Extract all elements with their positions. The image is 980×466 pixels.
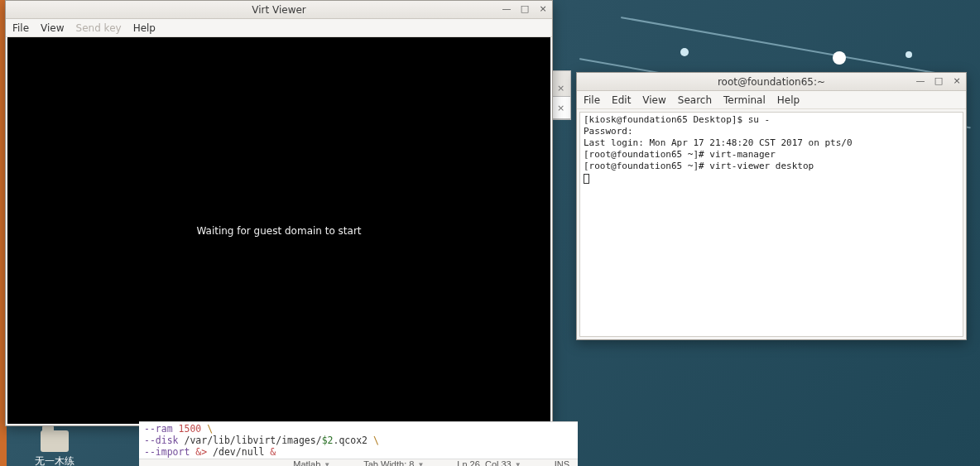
menu-help[interactable]: Help <box>133 22 156 34</box>
chevron-down-icon: ▼ <box>324 461 330 467</box>
virt-viewer-window: Virt Viewer — □ × File View Send key Hel… <box>5 0 553 426</box>
folder-label: 无一木练习软 <box>31 454 78 466</box>
editor-statusbar: Matlab▼ Tab Width: 8▼ Ln 26, Col 33▼ INS <box>139 459 578 466</box>
editor-lines[interactable]: --ram 1500 \ --disk /var/lib/libvirt/ima… <box>139 422 578 459</box>
guest-display[interactable]: Waiting for guest domain to start <box>7 37 550 424</box>
code-line: --disk /var/lib/libvirt/images/$2.qcox2 … <box>144 435 573 446</box>
minimize-button[interactable]: — <box>915 74 926 86</box>
term-line: Password: <box>584 126 633 137</box>
lang-selector[interactable]: Matlab▼ <box>293 459 330 466</box>
window-title: Virt Viewer <box>252 4 306 16</box>
minimize-button[interactable]: — <box>501 2 512 14</box>
menu-terminal[interactable]: Terminal <box>723 94 766 106</box>
close-button[interactable]: × <box>537 2 549 14</box>
code-line: --ram 1500 \ <box>144 423 573 435</box>
chevron-down-icon: ▼ <box>417 461 424 467</box>
close-button[interactable]: × <box>951 74 963 86</box>
titlebar[interactable]: Virt Viewer — □ × <box>6 1 552 19</box>
term-line: [root@foundation65 ~]# virt-viewer deskt… <box>584 161 814 171</box>
wallpaper-dot <box>833 51 846 65</box>
wallpaper-line <box>621 17 963 79</box>
insert-mode: INS <box>555 459 569 466</box>
terminal-output[interactable]: [kiosk@foundation65 Desktop]$ su - Passw… <box>579 112 963 337</box>
menu-view[interactable]: View <box>642 94 665 106</box>
editor-panel: --ram 1500 \ --disk /var/lib/libvirt/ima… <box>139 421 578 466</box>
menubar: File View Send key Help <box>6 19 552 37</box>
window-title: root@foundation65:~ <box>718 76 825 88</box>
term-line: Last login: Mon Apr 17 21:48:20 CST 2017… <box>584 137 853 148</box>
code-line: --import &> /dev/null & <box>144 446 573 458</box>
term-line: [root@foundation65 ~]# virt-manager <box>584 149 776 160</box>
background-tab[interactable]: × <box>553 96 571 119</box>
close-icon[interactable]: × <box>557 83 564 94</box>
tabwidth-selector[interactable]: Tab Width: 8▼ <box>363 459 424 466</box>
waiting-text: Waiting for guest domain to start <box>196 225 361 237</box>
folder-icon <box>41 430 69 452</box>
maximize-button[interactable]: □ <box>933 74 944 86</box>
menu-view[interactable]: View <box>41 22 64 34</box>
cursor <box>584 174 589 184</box>
term-line: [kiosk@foundation65 Desktop]$ su - <box>584 114 770 125</box>
chevron-down-icon: ▼ <box>515 461 521 467</box>
wallpaper-dot <box>906 51 912 58</box>
close-icon[interactable]: × <box>557 103 564 113</box>
menu-file[interactable]: File <box>584 94 600 106</box>
terminal-window: root@foundation65:~ — □ × File Edit View… <box>576 72 967 340</box>
menu-file[interactable]: File <box>12 22 29 34</box>
desktop-folder[interactable]: 无一木练习软 <box>31 430 78 466</box>
menu-help[interactable]: Help <box>777 94 800 106</box>
wallpaper-dot <box>680 48 689 56</box>
titlebar[interactable]: root@foundation65:~ — □ × <box>577 73 966 91</box>
menu-search[interactable]: Search <box>678 94 712 106</box>
maximize-button[interactable]: □ <box>519 2 531 14</box>
position-indicator[interactable]: Ln 26, Col 33▼ <box>457 459 521 466</box>
menu-send-key: Send key <box>76 22 122 34</box>
menu-edit[interactable]: Edit <box>612 94 631 106</box>
menubar: File Edit View Search Terminal Help <box>577 91 966 109</box>
